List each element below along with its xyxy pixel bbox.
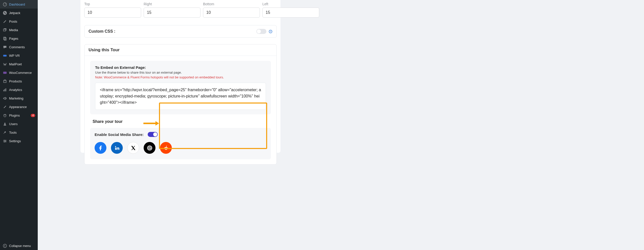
sidebar-item-marketing[interactable]: Marketing xyxy=(0,94,38,103)
sidebar-item-wpvr[interactable]: WP VR xyxy=(0,51,38,60)
padding-left-input[interactable] xyxy=(262,8,319,18)
padding-top-input[interactable] xyxy=(84,8,141,18)
using-tour-header: Using this Tour xyxy=(85,44,276,56)
wrench-icon xyxy=(3,130,7,135)
share-title: Share your tour xyxy=(90,117,271,126)
svg-point-11 xyxy=(4,123,5,124)
megaphone-icon xyxy=(3,96,7,101)
padding-right-label: Right xyxy=(144,2,200,6)
sidebar-item-products[interactable]: Products xyxy=(0,77,38,85)
svg-point-24 xyxy=(165,148,166,148)
padding-right: Right xyxy=(144,2,200,18)
padding-bottom: Bottom xyxy=(203,2,260,18)
share-section: Share your tour xyxy=(90,117,271,126)
x-twitter-icon[interactable] xyxy=(127,142,139,154)
padding-bottom-label: Bottom xyxy=(203,2,260,6)
vr-icon xyxy=(3,53,7,58)
svg-rect-4 xyxy=(4,38,6,40)
sidebar-item-label: Pages xyxy=(9,37,18,40)
sidebar-item-woocommerce[interactable]: WooCommerce xyxy=(0,68,38,77)
sidebar-item-label: MailPoet xyxy=(9,62,22,66)
plugin-icon xyxy=(3,113,7,118)
embed-title: To Embed on External Page: xyxy=(95,65,266,70)
sidebar-item-label: Analytics xyxy=(9,88,22,92)
mailpoet-icon xyxy=(3,62,7,66)
facebook-icon[interactable] xyxy=(95,142,106,154)
padding-top-label: Top xyxy=(84,2,141,6)
svg-point-16 xyxy=(5,140,6,141)
svg-point-2 xyxy=(4,29,5,30)
admin-sidebar: Dashboard Jetpack Posts Media Pages Comm… xyxy=(0,0,38,250)
embed-subtitle: Use the iframe below to share this tour … xyxy=(95,71,266,74)
plugins-badge: 4 xyxy=(31,114,35,117)
woocommerce-icon xyxy=(3,70,7,75)
padding-right-input[interactable] xyxy=(144,8,200,18)
svg-point-23 xyxy=(165,147,167,150)
settings-panel: Top Right Bottom Left Custom CSS : ? xyxy=(80,0,280,153)
embed-note: Note: WooCommerce & Fluent Forms hotspot… xyxy=(95,75,266,79)
dashboard-icon xyxy=(3,2,7,7)
help-icon[interactable]: ? xyxy=(268,29,272,33)
sidebar-item-dashboard[interactable]: Dashboard xyxy=(0,0,38,9)
sidebar-item-appearance[interactable]: Appearance xyxy=(0,103,38,111)
share-body: Enable Social Media Share: xyxy=(90,128,271,159)
jetpack-icon xyxy=(3,11,7,15)
svg-point-25 xyxy=(166,148,167,148)
sidebar-item-jetpack[interactable]: Jetpack xyxy=(0,9,38,17)
padding-bottom-input[interactable] xyxy=(203,8,260,18)
user-icon xyxy=(3,122,7,126)
sidebar-item-users[interactable]: Users xyxy=(0,120,38,128)
svg-rect-9 xyxy=(4,89,5,91)
embed-block: To Embed on External Page: Use the ifram… xyxy=(90,61,271,114)
linkedin-icon[interactable] xyxy=(111,142,123,154)
using-tour-card: Using this Tour To Embed on External Pag… xyxy=(84,44,277,165)
sidebar-item-tools[interactable]: Tools xyxy=(0,128,38,137)
sidebar-item-label: Appearance xyxy=(9,105,27,109)
sidebar-item-pages[interactable]: Pages xyxy=(0,34,38,43)
sidebar-item-label: Comments xyxy=(9,45,25,49)
sidebar-item-analytics[interactable]: Analytics xyxy=(0,85,38,94)
email-icon[interactable] xyxy=(144,142,155,154)
sidebar-item-comments[interactable]: Comments xyxy=(0,43,38,51)
sidebar-item-label: Tools xyxy=(9,131,17,134)
share-toggle-row: Enable Social Media Share: xyxy=(95,132,266,137)
svg-point-18 xyxy=(3,244,7,247)
padding-left-label: Left xyxy=(262,2,319,6)
iframe-code[interactable]: <iframe src="http://wpvr.local/?embed_pa… xyxy=(95,83,266,110)
custom-css-toggle[interactable] xyxy=(256,29,266,34)
sidebar-item-label: Users xyxy=(9,122,18,126)
svg-rect-3 xyxy=(4,37,6,39)
svg-rect-7 xyxy=(4,80,6,82)
settings-icon xyxy=(3,139,7,143)
sidebar-item-label: Posts xyxy=(9,20,17,23)
svg-point-27 xyxy=(167,147,168,148)
sidebar-item-posts[interactable]: Posts xyxy=(0,17,38,26)
padding-row: Top Right Bottom Left xyxy=(80,2,280,18)
svg-point-15 xyxy=(4,140,5,140)
social-icons-row xyxy=(95,142,266,154)
padding-top: Top xyxy=(84,2,141,18)
collapse-icon xyxy=(3,243,7,248)
sidebar-item-label: Settings xyxy=(9,139,21,143)
sidebar-item-plugins[interactable]: Plugins 4 xyxy=(0,111,38,120)
svg-rect-10 xyxy=(6,88,6,91)
sidebar-item-label: Jetpack xyxy=(9,11,20,15)
custom-css-label: Custom CSS : xyxy=(89,29,115,34)
svg-point-26 xyxy=(164,147,165,148)
reddit-icon[interactable] xyxy=(160,142,172,154)
svg-point-1 xyxy=(3,11,7,15)
sidebar-item-mailpoet[interactable]: MailPoet xyxy=(0,60,38,68)
collapse-menu[interactable]: Collapse menu xyxy=(0,241,38,250)
media-icon xyxy=(3,28,7,32)
sidebar-item-settings[interactable]: Settings xyxy=(0,137,38,145)
sidebar-item-media[interactable]: Media xyxy=(0,26,38,34)
svg-rect-6 xyxy=(3,72,7,74)
custom-css-card: Custom CSS : ? xyxy=(84,25,277,38)
sidebar-item-label: WooCommerce xyxy=(9,71,32,75)
comment-icon xyxy=(3,45,7,49)
social-share-toggle[interactable] xyxy=(148,132,158,137)
pages-icon xyxy=(3,36,7,41)
sidebar-item-label: Products xyxy=(9,79,22,83)
svg-point-28 xyxy=(166,146,167,146)
sidebar-item-label: WP VR xyxy=(9,54,20,58)
